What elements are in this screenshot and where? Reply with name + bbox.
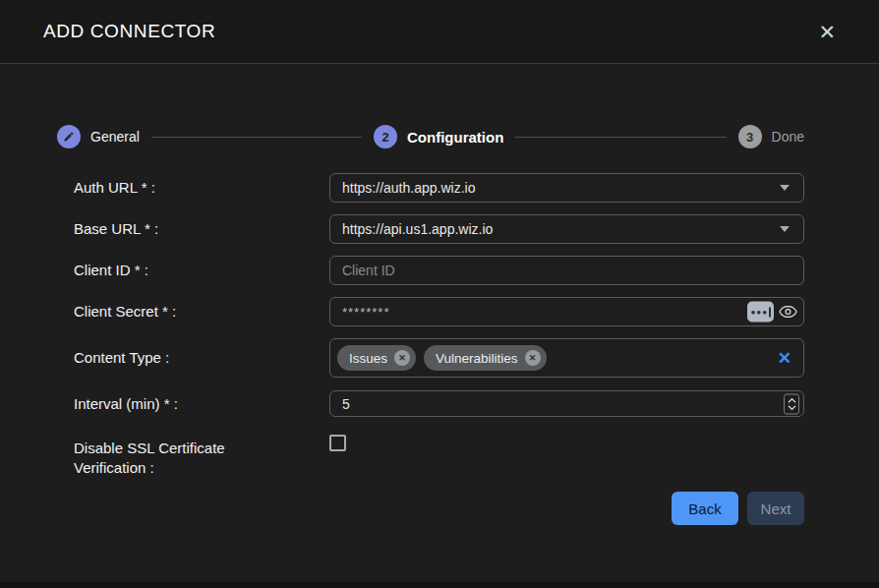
chevron-down-icon xyxy=(780,226,790,232)
stepper-connector xyxy=(515,137,726,138)
bottom-strip xyxy=(0,582,879,588)
action-bar: Back Next xyxy=(57,492,804,525)
auth-url-select[interactable]: https://auth.app.wiz.io xyxy=(329,173,804,203)
interval-label: Interval (min) * : xyxy=(74,394,329,414)
pencil-icon xyxy=(63,131,75,143)
close-button[interactable]: ✕ xyxy=(814,20,840,44)
modal-body: General 2 Configuration 3 Done Auth URL … xyxy=(0,125,879,525)
stepper-connector xyxy=(151,137,362,138)
clear-all-icon[interactable]: ✕ xyxy=(778,350,791,367)
number-stepper[interactable] xyxy=(784,393,799,414)
content-type-label: Content Type : xyxy=(74,348,329,368)
modal-header: ADD CONNECTOR ✕ xyxy=(0,0,879,64)
interval-input[interactable] xyxy=(329,390,804,417)
step-done: 3 Done xyxy=(738,125,804,148)
chevron-down-icon xyxy=(780,185,790,191)
step-configuration[interactable]: 2 Configuration xyxy=(374,125,503,148)
dots-icon: ●●● xyxy=(751,308,769,317)
add-connector-modal: ADD CONNECTOR ✕ General 2 Configuration … xyxy=(0,0,879,588)
ssl-label: Disable SSL Certificate Verification : xyxy=(74,433,329,478)
client-id-row: Client ID * : xyxy=(57,256,804,285)
step-general[interactable]: General xyxy=(57,125,140,148)
stepper: General 2 Configuration 3 Done xyxy=(57,125,804,148)
interval-row: Interval (min) * : xyxy=(57,390,804,417)
base-url-select[interactable]: https://api.us1.app.wiz.io xyxy=(329,214,804,244)
base-url-value: https://api.us1.app.wiz.io xyxy=(342,221,780,237)
next-button[interactable]: Next xyxy=(747,492,804,525)
page-title: ADD CONNECTOR xyxy=(43,21,215,42)
chevron-down-icon xyxy=(788,404,796,410)
remove-tag-icon[interactable]: ✕ xyxy=(525,350,541,366)
tag-label: Vulnerabilities xyxy=(436,351,518,366)
step-done-label: Done xyxy=(772,129,804,145)
step-done-circle: 3 xyxy=(738,125,762,148)
eye-icon xyxy=(779,305,797,320)
chevron-up-icon xyxy=(788,397,796,403)
client-secret-label: Client Secret * : xyxy=(74,302,329,322)
content-type-row: Content Type : Issues ✕ Vulnerabilities … xyxy=(57,338,804,378)
base-url-label: Base URL * : xyxy=(74,219,329,239)
client-secret-input[interactable] xyxy=(329,297,804,326)
auth-url-value: https://auth.app.wiz.io xyxy=(342,180,780,196)
step-configuration-label: Configuration xyxy=(407,129,503,146)
autofill-credentials-button[interactable]: ●●● xyxy=(747,302,774,323)
content-type-multiselect[interactable]: Issues ✕ Vulnerabilities ✕ ✕ xyxy=(329,338,804,378)
client-id-label: Client ID * : xyxy=(74,261,329,280)
show-password-button[interactable] xyxy=(777,305,799,320)
ssl-checkbox[interactable] xyxy=(329,435,346,451)
tag-issues: Issues ✕ xyxy=(337,345,416,371)
step-general-circle xyxy=(57,125,81,148)
tag-vulnerabilities: Vulnerabilities ✕ xyxy=(424,345,547,371)
remove-tag-icon[interactable]: ✕ xyxy=(394,350,410,366)
auth-url-label: Auth URL * : xyxy=(74,178,329,198)
base-url-row: Base URL * : https://api.us1.app.wiz.io xyxy=(57,214,804,244)
back-button[interactable]: Back xyxy=(672,492,738,525)
cursor-bar-icon xyxy=(769,307,771,317)
step-configuration-circle: 2 xyxy=(374,125,397,148)
client-secret-row: Client Secret * : ●●● xyxy=(57,297,804,326)
client-id-input[interactable] xyxy=(329,256,804,285)
tag-label: Issues xyxy=(349,351,387,366)
step-general-label: General xyxy=(90,129,140,145)
ssl-row: Disable SSL Certificate Verification : xyxy=(57,433,804,478)
auth-url-row: Auth URL * : https://auth.app.wiz.io xyxy=(57,173,804,203)
close-icon: ✕ xyxy=(818,21,836,43)
